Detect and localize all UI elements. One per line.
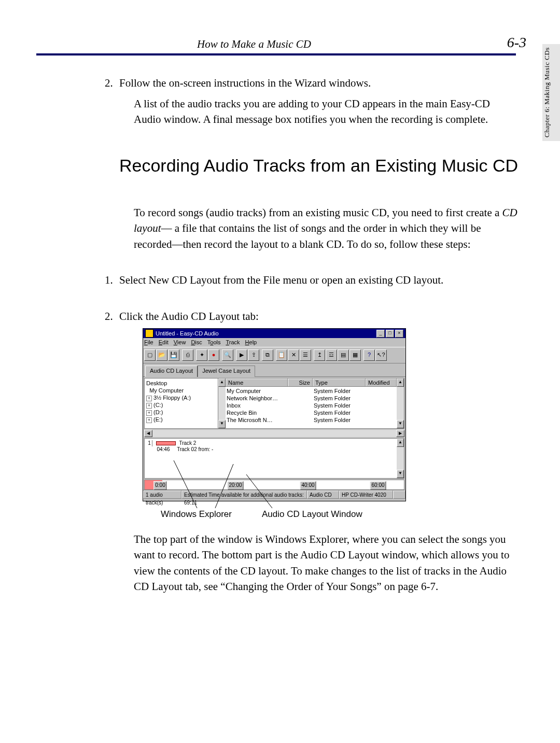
svg-line-0	[174, 460, 197, 508]
chapter-side-tab: Chapter 6: Making Music CDs	[542, 44, 560, 141]
save-icon[interactable]: 💾	[168, 349, 179, 361]
section-heading: Recording Audio Tracks from an Existing …	[119, 155, 519, 177]
scroll-up-icon[interactable]: ▲	[397, 378, 404, 387]
list-scrollbar[interactable]: ▲ ▼	[397, 378, 404, 428]
menu-tools[interactable]: Tools	[207, 339, 221, 347]
close-button[interactable]: ×	[395, 330, 403, 338]
toolbar: ▢ 📂 💾 ⎙ ✦ ● 🔍 ▶ ⇪ ⧉ 📋 ✕ ☰ ↥ ☲ ▤ ▦ ? ↖?	[143, 347, 405, 363]
list-item[interactable]: InboxSystem Folder	[227, 402, 396, 409]
step-1-line: 1. Select New CD Layout from the File me…	[119, 272, 513, 288]
tab-jewel-case-layout[interactable]: Jewel Case Layout	[198, 366, 255, 377]
print-icon[interactable]: ⎙	[182, 349, 193, 361]
menu-view[interactable]: View	[174, 339, 186, 347]
list-item[interactable]: Recycle BinSystem Folder	[227, 409, 396, 416]
track-index: 1	[147, 440, 152, 446]
step-text: Select New CD Layout from the File menu …	[119, 274, 443, 286]
col-name[interactable]: Name	[226, 378, 288, 386]
screenshot-callouts: Windows Explorer Audio CD Layout Window	[143, 500, 407, 521]
list-header[interactable]: Name Size Type Modified	[226, 378, 397, 387]
copy-icon[interactable]: ⧉	[262, 349, 273, 361]
file-list[interactable]: Name Size Type Modified My ComputerSyste…	[226, 378, 404, 428]
after-screenshot-paragraph: The top part of the window is Windows Ex…	[134, 531, 517, 595]
menu-file[interactable]: File	[144, 339, 153, 347]
svg-line-2	[246, 474, 272, 508]
track-bar-icon[interactable]	[156, 441, 176, 445]
new-icon[interactable]: ▢	[144, 349, 156, 361]
window-title: Untitled - Easy-CD Audio	[156, 329, 219, 338]
tree-item[interactable]: My Computer	[146, 387, 217, 394]
callout-windows-explorer: Windows Explorer	[161, 508, 232, 521]
up-icon[interactable]: ↥	[314, 349, 325, 361]
step-2-line: 2. Follow the on-screen instructions in …	[119, 75, 513, 91]
menu-disc[interactable]: Disc	[191, 339, 202, 347]
titlebar[interactable]: Untitled - Easy-CD Audio _ □ ×	[143, 329, 405, 338]
explorer-panes: Desktop My Computer +3½ Floppy (A:) +(C:…	[144, 378, 404, 429]
scroll-right-icon[interactable]: ▶	[396, 430, 404, 437]
horizontal-scrollbar[interactable]: ◀ ▶	[144, 430, 404, 437]
details-icon[interactable]: ▤	[338, 349, 349, 361]
record-icon[interactable]: ●	[208, 349, 219, 361]
scroll-down-icon[interactable]: ▼	[218, 420, 226, 428]
tree-root[interactable]: Desktop	[146, 380, 217, 387]
step-2-paragraph: A list of the audio tracks you are addin…	[134, 96, 513, 128]
intro-part-a: To record songs (audio tracks) from an e…	[134, 206, 502, 219]
col-modified[interactable]: Modified	[366, 378, 397, 386]
grid-icon[interactable]: ▦	[349, 349, 361, 361]
tree-item[interactable]: +(E:)	[146, 416, 217, 423]
scroll-up-icon[interactable]: ▲	[218, 378, 226, 387]
step-number: 2.	[105, 75, 113, 91]
delete-icon[interactable]: ✕	[288, 349, 299, 361]
find-icon[interactable]: 🔍	[222, 349, 233, 361]
play-icon[interactable]: ▶	[236, 349, 247, 361]
menu-edit[interactable]: Edit	[159, 339, 169, 347]
tree-item[interactable]: +(C:)	[146, 401, 217, 409]
tree-scrollbar[interactable]: ▲ ▼	[218, 378, 226, 428]
scroll-up-icon[interactable]: ▲	[397, 439, 404, 447]
open-icon[interactable]: 📂	[156, 349, 167, 361]
props-icon[interactable]: ☰	[300, 349, 311, 361]
tree-item[interactable]: +(D:)	[146, 409, 217, 416]
step-text: Click the Audio CD Layout tab:	[119, 310, 259, 323]
scroll-left-icon[interactable]: ◀	[144, 430, 152, 437]
tabstrip: Audio CD Layout Jewel Case Layout	[143, 363, 405, 377]
tab-audio-cd-layout[interactable]: Audio CD Layout	[145, 366, 198, 377]
list-item[interactable]: My ComputerSystem Folder	[227, 387, 396, 395]
svg-line-1	[215, 464, 233, 508]
header-rule	[36, 53, 516, 55]
track-name: Track 2	[179, 440, 196, 446]
col-size[interactable]: Size	[288, 378, 313, 386]
step-2b-line: 2. Click the Audio CD Layout tab:	[119, 309, 513, 324]
page-number: 6-3	[507, 32, 526, 53]
menubar: File Edit View Disc Tools Track Help	[143, 338, 405, 347]
intro-part-b: — a file that contains the list of songs…	[134, 222, 481, 250]
paste-icon[interactable]: 📋	[276, 349, 287, 361]
maximize-button[interactable]: □	[386, 330, 394, 338]
scroll-down-icon[interactable]: ▼	[397, 420, 404, 428]
app-icon	[145, 329, 153, 338]
col-type[interactable]: Type	[313, 378, 366, 386]
help-icon[interactable]: ?	[363, 349, 375, 361]
menu-help[interactable]: Help	[245, 339, 257, 347]
list-item[interactable]: The Microsoft N…System Folder	[227, 416, 396, 424]
section-intro: To record songs (audio tracks) from an e…	[134, 205, 517, 252]
menu-track[interactable]: Track	[226, 339, 240, 347]
whats-this-icon[interactable]: ↖?	[375, 349, 387, 361]
wizard-icon[interactable]: ✦	[196, 349, 207, 361]
track-time: 04:46	[157, 446, 170, 452]
track-from: Track 02 from: -	[177, 446, 213, 452]
tree-item[interactable]: +3½ Floppy (A:)	[146, 394, 217, 401]
step-number: 1.	[105, 272, 113, 288]
running-head: How to Make a Music CD	[197, 36, 519, 52]
extract-icon[interactable]: ⇪	[248, 349, 259, 361]
list-item[interactable]: Network Neighbor…System Folder	[227, 395, 396, 402]
minimize-button[interactable]: _	[376, 330, 385, 338]
folder-tree[interactable]: Desktop My Computer +3½ Floppy (A:) +(C:…	[145, 378, 218, 428]
list-icon[interactable]: ☲	[326, 349, 337, 361]
callout-audio-cd-layout: Audio CD Layout Window	[262, 508, 362, 521]
step-number: 2.	[105, 309, 113, 324]
step-text: Follow the on-screen instructions in the…	[119, 77, 371, 89]
